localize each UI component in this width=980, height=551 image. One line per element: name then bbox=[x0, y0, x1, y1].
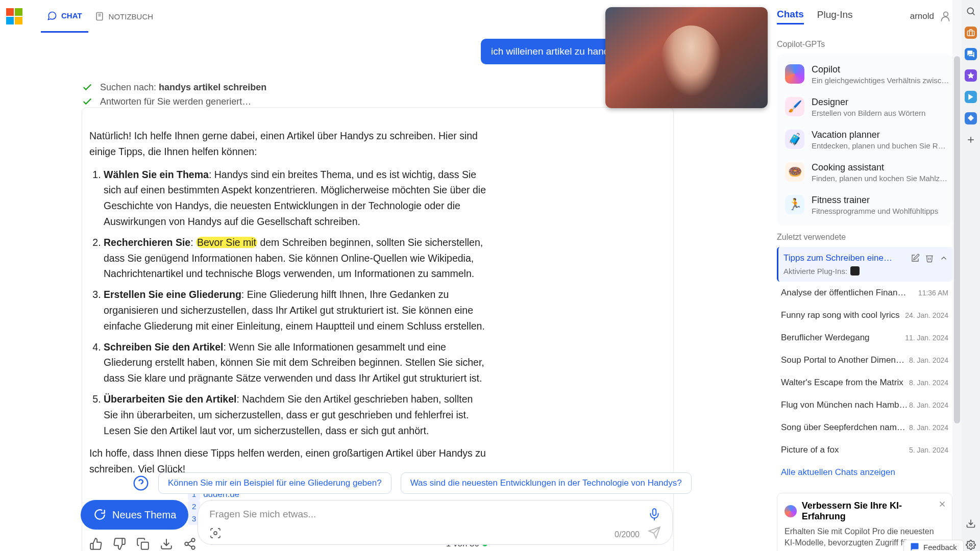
promo-title: Verbessern Sie Ihre KI-Erfahrung bbox=[802, 500, 945, 522]
svg-point-14 bbox=[214, 532, 217, 535]
suggestion-2[interactable]: Was sind die neuesten Entwicklungen in d… bbox=[401, 472, 692, 494]
rail-briefcase-icon[interactable] bbox=[965, 27, 977, 39]
recent-item[interactable]: Walter's Escape from the Matrix8. Jan. 2… bbox=[777, 371, 952, 394]
chat-main: ich willeinen artikel zu handys schreibe… bbox=[82, 33, 674, 502]
rail-download-icon[interactable] bbox=[965, 517, 977, 530]
svg-point-7 bbox=[191, 546, 195, 549]
new-topic-label: Neues Thema bbox=[112, 509, 176, 521]
suggestion-1[interactable]: Können Sie mir ein Beispiel für eine Gli… bbox=[158, 472, 391, 494]
recent-item[interactable]: Picture of a fox5. Jan. 2024 bbox=[777, 439, 952, 461]
gpt-item[interactable]: 🖌️DesignerErstellen von Bildern aus Wört… bbox=[782, 91, 947, 123]
feedback-label: Feedback bbox=[923, 543, 957, 552]
side-tab-plugins[interactable]: Plug-Ins bbox=[817, 9, 853, 23]
microphone-icon[interactable] bbox=[648, 508, 661, 521]
svg-point-10 bbox=[134, 477, 148, 490]
gpt-item[interactable]: 🧳Vacation plannerEntdecken, planen und b… bbox=[782, 123, 947, 156]
answer-item: Überarbeiten Sie den Artikel: Nachdem Si… bbox=[104, 391, 487, 438]
answer-item: Recherchieren Sie: Bevor Sie mit dem Sch… bbox=[104, 235, 487, 282]
svg-line-8 bbox=[188, 545, 191, 547]
status-search-prefix: Suchen nach: bbox=[100, 82, 159, 92]
side-panel: Chats Plug-Ins arnold Copilot-GPTs Copil… bbox=[768, 0, 962, 549]
gpt-item[interactable]: 🍩Cooking assistantFinden, planen und koc… bbox=[782, 156, 947, 189]
rail-settings-icon[interactable] bbox=[965, 539, 977, 551]
new-topic-icon bbox=[93, 508, 106, 521]
new-topic-button[interactable]: Neues Thema bbox=[81, 500, 188, 530]
recent-title: Zuletzt verwendete bbox=[777, 233, 952, 242]
svg-point-28 bbox=[970, 544, 972, 546]
recent-item[interactable]: Analyse der öffentlichen Finanzierung de… bbox=[777, 282, 952, 304]
status-search-query: handys artikel schreiben bbox=[159, 82, 266, 92]
recent-item[interactable]: Soup Portal to Another Dimension8. Jan. … bbox=[777, 349, 952, 371]
answer-list: Wählen Sie ein Thema: Handys sind ein br… bbox=[104, 167, 487, 439]
compose-box: 0/2000 bbox=[198, 500, 673, 545]
copilot-logo-icon bbox=[785, 505, 797, 517]
recent-item[interactable]: Tipps zum Schreiben eines Artikels Aktiv… bbox=[777, 247, 952, 282]
scrollbar-track[interactable] bbox=[952, 0, 962, 551]
svg-point-17 bbox=[944, 12, 948, 16]
gpt-item[interactable]: CopilotEin gleichgewichtiges Verhältnis … bbox=[782, 58, 947, 91]
scrollbar-thumb[interactable] bbox=[954, 56, 960, 423]
svg-marker-23 bbox=[967, 72, 974, 79]
svg-rect-22 bbox=[967, 31, 974, 36]
close-icon[interactable] bbox=[938, 499, 947, 509]
show-all-chats[interactable]: Alle aktuellen Chats anzeigen bbox=[777, 461, 952, 484]
status-generating: Antworten für Sie werden generiert… bbox=[82, 96, 674, 107]
svg-rect-12 bbox=[653, 509, 656, 515]
char-count: 0/2000 bbox=[615, 530, 640, 539]
svg-marker-24 bbox=[968, 94, 973, 100]
rail-tag-icon[interactable] bbox=[965, 112, 977, 124]
user-area[interactable]: arnold bbox=[910, 10, 952, 23]
chevron-up-icon[interactable] bbox=[939, 254, 948, 263]
rail-star-icon[interactable] bbox=[965, 69, 977, 82]
answer-item: Wählen Sie ein Thema: Handys sind ein br… bbox=[104, 167, 487, 230]
question-icon bbox=[133, 475, 149, 491]
gpts-list: CopilotEin gleichgewichtiges Verhältnis … bbox=[777, 54, 952, 226]
tab-chat-label: CHAT bbox=[61, 11, 82, 20]
status-generating-text: Antworten für Sie werden generiert… bbox=[100, 96, 251, 107]
side-tab-chats[interactable]: Chats bbox=[777, 9, 804, 24]
rail-play-icon[interactable] bbox=[965, 91, 977, 103]
notebook-icon bbox=[94, 11, 105, 21]
recent-item[interactable]: Flug von München nach Hamburg8. Jan. 202… bbox=[777, 394, 952, 416]
svg-point-20 bbox=[967, 8, 973, 14]
rail-search-icon[interactable] bbox=[965, 5, 977, 17]
right-rail bbox=[962, 0, 980, 551]
suggestions-row: Können Sie mir ein Beispiel für eine Gli… bbox=[133, 472, 692, 494]
answer-item: Erstellen Sie eine Gliederung: Eine Glie… bbox=[104, 287, 487, 334]
webcam-overlay bbox=[605, 7, 768, 108]
check-icon bbox=[82, 96, 93, 107]
rail-add-icon[interactable] bbox=[965, 134, 977, 146]
microsoft-logo bbox=[6, 8, 22, 24]
recent-list: Tipps zum Schreiben eines Artikels Aktiv… bbox=[777, 247, 952, 461]
check-icon bbox=[82, 82, 93, 93]
tab-notebook-label: NOTIZBUCH bbox=[109, 12, 154, 21]
answer-intro: Natürlich! Ich helfe Ihnen gerne dabei, … bbox=[89, 128, 487, 160]
feedback-icon bbox=[910, 542, 919, 551]
recent-item[interactable]: Beruflicher Werdegang11. Jan. 2024 bbox=[777, 327, 952, 349]
status-searching: Suchen nach: handys artikel schreiben bbox=[82, 82, 674, 93]
tab-chat[interactable]: CHAT bbox=[41, 0, 88, 33]
edit-icon[interactable] bbox=[911, 254, 920, 263]
feedback-button[interactable]: Feedback bbox=[903, 540, 964, 551]
svg-line-21 bbox=[973, 13, 975, 15]
compose-row: Neues Thema 0/2000 bbox=[81, 500, 673, 545]
chat-icon bbox=[47, 11, 57, 21]
image-scan-icon[interactable] bbox=[209, 527, 222, 539]
avatar-icon bbox=[939, 10, 952, 23]
trash-icon[interactable] bbox=[925, 254, 934, 263]
send-icon[interactable] bbox=[648, 526, 661, 539]
compose-input[interactable] bbox=[198, 500, 611, 528]
answer-item: Schreiben Sie den Artikel: Wenn Sie alle… bbox=[104, 339, 487, 386]
recent-item[interactable]: Song über Seepferdchen namens Bubi8. Jan… bbox=[777, 416, 952, 439]
user-name: arnold bbox=[910, 11, 934, 21]
tab-notebook[interactable]: NOTIZBUCH bbox=[88, 0, 160, 33]
rail-chat-icon[interactable] bbox=[965, 48, 977, 60]
recent-item[interactable]: Funny rap song with cool lyrics24. Jan. … bbox=[777, 304, 952, 327]
gpts-title: Copilot-GPTs bbox=[777, 40, 952, 49]
gpt-item[interactable]: 🏃Fitness trainerFitnessprogramme und Woh… bbox=[782, 189, 947, 221]
